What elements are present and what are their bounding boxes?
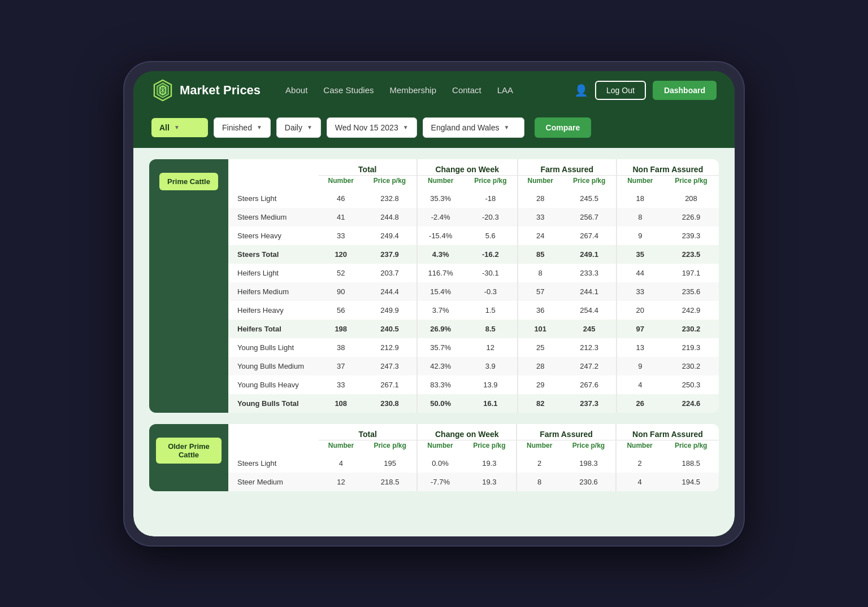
farm-header: Farm Assured [518,159,617,176]
type-chevron-icon: ▼ [257,124,262,130]
data-cell: 267.4 [563,226,617,245]
row-label-cell: Steers Light [228,189,319,208]
data-cell: 35 [617,245,663,264]
data-cell: -7.7% [417,473,462,491]
dashboard-button[interactable]: Dashboard [653,81,717,100]
data-cell: 83.3% [417,375,464,394]
row-label-cell: Heifers Heavy [228,301,319,320]
compare-button[interactable]: Compare [535,117,592,138]
table-row: Heifers Total198240.526.9%8.510124597230… [228,320,719,338]
older-change-header: Change on Week [417,424,517,440]
data-cell: 85 [518,245,563,264]
data-cell: 237.3 [563,394,617,413]
date-filter[interactable]: Wed Nov 15 2023 ▼ [327,117,417,138]
data-cell: 244.8 [363,208,416,226]
data-cell: 29 [518,375,563,394]
data-cell: 1.5 [464,301,518,320]
nav-about[interactable]: About [285,85,307,95]
older-t-number-sub: Number [319,440,363,454]
row-label-cell: Heifers Total [228,320,319,338]
nav-laa[interactable]: LAA [497,85,513,95]
data-cell: 247.2 [563,357,617,375]
data-cell: 33 [617,282,663,301]
data-cell: 9 [617,357,663,375]
nav-contact[interactable]: Contact [452,85,481,95]
data-cell: 254.4 [563,301,617,320]
data-cell: 198.3 [562,454,616,473]
data-cell: 4 [319,454,363,473]
table-row: Steers Light41950.0%19.32198.32188.5 [228,454,719,473]
row-label-cell: Heifers Medium [228,282,319,301]
main-nav: About Case Studies Membership Contact LA… [285,85,561,95]
data-cell: 108 [319,394,363,413]
data-cell: -2.4% [417,208,464,226]
data-cell: 235.6 [663,282,719,301]
data-cell: 38 [319,338,363,357]
data-cell: 3.7% [417,301,464,320]
data-cell: 198 [319,320,363,338]
data-cell: 116.7% [417,264,464,282]
data-cell: 18 [617,189,663,208]
nav-membership[interactable]: Membership [390,85,437,95]
f-price-sub: Price p/kg [563,175,617,189]
data-cell: 20 [617,301,663,320]
data-cell: 230.8 [363,394,416,413]
older-f-price-sub: Price p/kg [562,440,616,454]
logo-text: Market Prices [180,83,261,98]
c-price-sub: Price p/kg [464,175,518,189]
data-cell: 25 [518,338,563,357]
table-row: Young Bulls Heavy33267.183.3%13.929267.6… [228,375,719,394]
table-header-main: Total Change on Week Farm Assured Non Fa… [228,159,719,176]
filters-bar: All ▼ Finished ▼ Daily ▼ Wed Nov 15 2023… [133,110,735,148]
main-content: Prime Cattle Total Change on Week Farm A… [133,148,735,536]
data-cell: 8 [517,473,562,491]
logout-button[interactable]: Log Out [595,81,646,100]
data-cell: 218.5 [363,473,418,491]
table-row: Steers Total120237.94.3%-16.285249.13522… [228,245,719,264]
table-row: Heifers Heavy56249.93.7%1.536254.420242.… [228,301,719,320]
data-cell: 4 [617,375,663,394]
row-label-cell: Steers Total [228,245,319,264]
row-label-cell: Young Bulls Light [228,338,319,357]
data-cell: 232.8 [363,189,416,208]
older-farm-header: Farm Assured [517,424,616,440]
row-label-cell: Heifers Light [228,264,319,282]
data-cell: 35.7% [417,338,464,357]
nav-case-studies[interactable]: Case Studies [323,85,374,95]
data-cell: 244.4 [363,282,416,301]
data-cell: 230.6 [562,473,616,491]
data-cell: 9 [617,226,663,245]
older-table-header-main: Total Change on Week Farm Assured Non Fa… [228,424,719,440]
row-label-cell: Young Bulls Medium [228,357,319,375]
data-cell: 42.3% [417,357,464,375]
older-nf-price-sub: Price p/kg [663,440,719,454]
table-row: Steers Heavy33249.4-15.4%5.624267.49239.… [228,226,719,245]
category-filter[interactable]: All ▼ [151,118,208,137]
total-header: Total [319,159,417,176]
row-label-cell: Young Bulls Total [228,394,319,413]
type-filter[interactable]: Finished ▼ [214,117,271,138]
data-cell: 19.3 [463,454,517,473]
prime-cattle-section: Prime Cattle Total Change on Week Farm A… [149,159,719,413]
data-cell: 244.1 [563,282,617,301]
data-cell: 249.1 [563,245,617,264]
data-cell: 13.9 [464,375,518,394]
c-number-sub: Number [417,175,464,189]
older-prime-cattle-table-wrapper: Total Change on Week Farm Assured Non Fa… [228,424,719,491]
data-cell: 13 [617,338,663,357]
data-cell: 4 [616,473,663,491]
data-cell: -0.3 [464,282,518,301]
data-cell: 226.9 [663,208,719,226]
data-cell: -30.1 [464,264,518,282]
data-cell: 233.3 [563,264,617,282]
data-cell: 224.6 [663,394,719,413]
data-cell: 249.9 [363,301,416,320]
data-cell: 82 [518,394,563,413]
older-prime-cattle-label[interactable]: Older Prime Cattle [156,438,222,464]
frequency-filter[interactable]: Daily ▼ [276,117,321,138]
data-cell: 46 [319,189,363,208]
date-chevron-icon: ▼ [403,124,409,130]
prime-cattle-label[interactable]: Prime Cattle [159,173,218,190]
region-filter[interactable]: England and Wales ▼ [423,117,524,138]
data-cell: 28 [518,189,563,208]
